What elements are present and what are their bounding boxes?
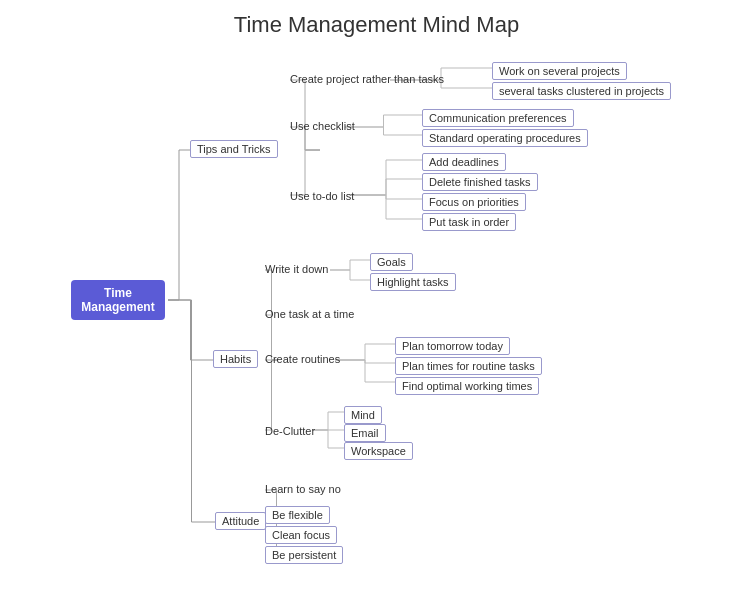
branch-habits-label: Habits: [213, 350, 258, 368]
mind-map-page: Time Management Mind Map TimeManagement …: [0, 0, 753, 593]
work-several-box: Work on several projects: [492, 62, 627, 80]
branch-tips: Tips and Tricks: [190, 140, 278, 158]
branch-tips-label: Tips and Tricks: [190, 140, 278, 158]
mind-box: Mind: [344, 406, 382, 424]
branch-habits: Habits: [213, 350, 258, 368]
branch-attitude: Attitude: [215, 512, 266, 530]
find-optimal-box: Find optimal working times: [395, 377, 539, 395]
plan-routine-box: Plan times for routine tasks: [395, 357, 542, 375]
delete-finished-box: Delete finished tasks: [422, 173, 538, 191]
learn-say-no-node: Learn to say no: [265, 483, 341, 495]
create-routines-node: Create routines: [265, 353, 340, 365]
branch-attitude-label: Attitude: [215, 512, 266, 530]
several-tasks-box: several tasks clustered in projects: [492, 82, 671, 100]
be-persistent-box: Be persistent: [265, 546, 343, 564]
workspace-box: Workspace: [344, 442, 413, 460]
put-task-box: Put task in order: [422, 213, 516, 231]
one-task-node: One task at a time: [265, 308, 354, 320]
clean-focus-box: Clean focus: [265, 526, 337, 544]
be-flexible-box: Be flexible: [265, 506, 330, 524]
write-down-node: Write it down: [265, 263, 328, 275]
use-todo-node: Use to-do list: [290, 190, 354, 202]
root-label: TimeManagement: [71, 280, 164, 320]
root-node[interactable]: TimeManagement: [68, 277, 168, 323]
goals-box: Goals: [370, 253, 413, 271]
standard-op-box: Standard operating procedures: [422, 129, 588, 147]
focus-priorities-box: Focus on priorities: [422, 193, 526, 211]
create-project-node: Create project rather than tasks: [290, 73, 444, 85]
highlight-box: Highlight tasks: [370, 273, 456, 291]
email-box: Email: [344, 424, 386, 442]
use-checklist-node: Use checklist: [290, 120, 355, 132]
plan-tomorrow-box: Plan tomorrow today: [395, 337, 510, 355]
comm-pref-box: Communication preferences: [422, 109, 574, 127]
page-title: Time Management Mind Map: [0, 0, 753, 38]
add-deadlines-box: Add deadlines: [422, 153, 506, 171]
declutter-node: De-Clutter: [265, 425, 315, 437]
